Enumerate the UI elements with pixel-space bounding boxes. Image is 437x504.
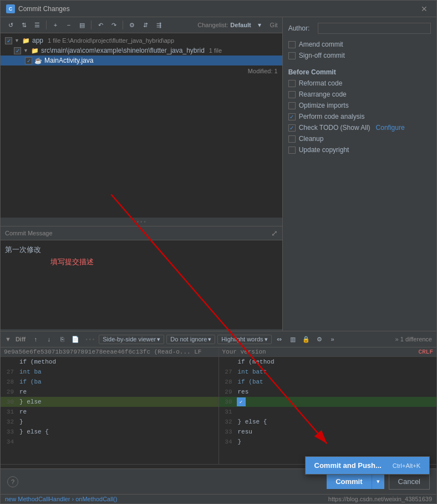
right-panel: Author: Amend commit Sign-off commit Bef… [283,17,436,331]
diff-line: 28 if (ba [1,377,218,387]
settings-btn[interactable]: ☰ [32,19,43,31]
tree-item-app[interactable]: ✓ ▼ 📁 app 1 file E:\Android\project\flut… [1,36,282,46]
author-row: Author: [288,23,431,34]
add-btn[interactable]: + [50,19,61,31]
commit-btn-group: Commit ▾ [327,474,384,489]
update-copyright-row[interactable]: Update copyright [288,146,431,154]
amend-commit-label: Amend commit [299,41,343,48]
commit-dropdown-button[interactable]: ▾ [372,474,384,489]
status-bar: new MethodCallHandler › onMethodCall() h… [1,494,436,503]
move-btn[interactable]: ⇅ [18,19,29,31]
check-todo-label: Check TODO (Show All) [299,124,370,132]
diff-up-btn[interactable]: ↑ [30,334,41,345]
redo-btn[interactable]: ↷ [108,19,119,31]
folder-icon-src: 📁 [31,47,39,54]
status-url: https://blog.csdn.net/weixin_43851639 [328,496,432,502]
diff-right-line: 27 int batt [219,367,437,377]
commit-push-dropdown: Commit and Push... Ctrl+Alt+K [305,456,430,475]
diff-copy-btn[interactable]: ⎘ [57,334,68,345]
update-copyright-label: Update copyright [299,146,349,154]
signoff-commit-row[interactable]: Sign-off commit [288,52,431,59]
diff-dots: • • • [83,336,96,342]
breadcrumb-method2[interactable]: onMethodCall() [75,496,117,502]
diff-line-modified: 30 } else [1,397,218,407]
cancel-button[interactable]: Cancel [389,473,430,490]
signoff-commit-checkbox[interactable] [288,52,296,59]
optimize-label: Optimize imports [299,102,349,109]
diff-section: ▼ Diff ↑ ↓ ⎘ 📄 • • • Side-by-side viewer… [1,331,436,468]
breadcrumb: new MethodCallHandler › onMethodCall() [5,496,117,502]
cleanup-label: Cleanup [299,135,324,143]
java-file-icon: ☕ [34,57,42,64]
before-commit-header: Before Commit [288,68,431,76]
refresh-btn[interactable]: ↺ [5,19,16,31]
changelist-value: Default [230,22,251,28]
check-todo-row[interactable]: ✓ Check TODO (Show All) Configure [288,124,431,132]
commit-msg-textarea[interactable]: 第一次修改 [1,240,282,329]
commit-and-push-item[interactable]: Commit and Push... Ctrl+Alt+K [306,457,429,474]
diff-line: 27 int ba [1,367,218,377]
file-tree: ✓ ▼ 📁 app 1 file E:\Android\project\flut… [1,33,282,218]
breadcrumb-method[interactable]: new MethodCallHandler [5,496,70,502]
changelist-dropdown[interactable]: ▾ [256,21,263,29]
sort-btn[interactable]: ⇵ [140,19,151,31]
close-button[interactable]: ✕ [418,3,431,14]
diff-side-btn[interactable]: ▥ [287,334,298,345]
diff-collapse-arrow[interactable]: ▼ [5,336,11,342]
diff-viewer-dropdown[interactable]: Side-by-side viewer ▾ [99,335,164,344]
app-icon: C [6,4,15,13]
optimize-row[interactable]: Optimize imports [288,102,431,109]
perform-label: Perform code analysis [299,113,365,120]
amend-commit-row[interactable]: Amend commit [288,41,431,48]
rearrange-checkbox[interactable] [288,91,296,98]
commit-button[interactable]: Commit [327,474,371,489]
diff-ignore-dropdown[interactable]: Do not ignore ▾ [166,335,215,344]
diff-down-btn[interactable]: ↓ [43,334,54,345]
author-input[interactable] [318,23,431,34]
diff-file-btn[interactable]: 📄 [70,334,81,345]
perform-row[interactable]: ✓ Perform code analysis [288,113,431,120]
update-copyright-checkbox[interactable] [288,147,296,154]
diff-right-panel: Your version CRLF if (method 27 int batt… [219,347,437,464]
diff-sync-btn[interactable]: ⇔ [274,334,285,345]
undo-btn[interactable]: ↶ [95,19,106,31]
remove-btn[interactable]: − [63,19,74,31]
modified-badge: Modified: 1 [1,65,282,74]
diff-line: 31 re [1,407,218,417]
optimize-checkbox[interactable] [288,102,296,109]
diff-lock-btn[interactable]: 🔒 [301,334,312,345]
diff-highlight-dropdown[interactable]: Highlight words ▾ [217,335,271,344]
commit-push-label: Commit and Push... [314,461,382,470]
commit-msg-expand-icon[interactable]: ⤢ [271,229,278,238]
diff-right-line: 33 resu [219,427,437,437]
tree-check-app[interactable]: ✓ [5,37,12,44]
reformat-row[interactable]: Reformat code [288,79,431,87]
tree-check-src[interactable]: ✓ [14,47,21,54]
diff-more-btn[interactable]: » [327,334,338,345]
amend-commit-checkbox[interactable] [288,41,296,48]
diff-right-line: 34 } [219,437,437,447]
cleanup-row[interactable]: Cleanup [288,135,431,143]
changelist-label: Changelist: [197,22,228,28]
rearrange-row[interactable]: Rearrange code [288,90,431,98]
perform-checkbox[interactable]: ✓ [288,113,296,120]
diff-config-btn[interactable]: ⚙ [314,334,325,345]
tree-item-src[interactable]: ✓ ▼ 📁 src\main\java\com\example\shinelon… [1,46,282,56]
check-todo-checkbox[interactable]: ✓ [288,124,296,132]
config-btn[interactable]: ⚙ [126,19,138,31]
collapse-btn[interactable]: ▤ [77,19,88,31]
filter-btn[interactable]: ⇶ [153,19,164,31]
reformat-checkbox[interactable] [288,80,296,87]
help-button[interactable]: ? [7,476,18,487]
resize-handle[interactable]: • • • [1,218,282,226]
tree-arrow-app: ▼ [14,38,20,43]
diff-line: if (method [1,357,218,367]
tree-check-mainactivity[interactable]: ✓ [25,57,32,64]
configure-link[interactable]: Configure [376,124,405,132]
diff-right-line: 31 [219,407,437,417]
diff-check-icon[interactable]: ✓ [237,397,246,406]
tree-item-mainactivity[interactable]: ✓ ☕ MainActivity.java [1,56,282,65]
diff-content: 9e9a56e6fe53071b39797891e78eeae46f6c13fc… [1,347,436,464]
cleanup-checkbox[interactable] [288,135,296,143]
diff-right-line: if (method [219,357,437,367]
